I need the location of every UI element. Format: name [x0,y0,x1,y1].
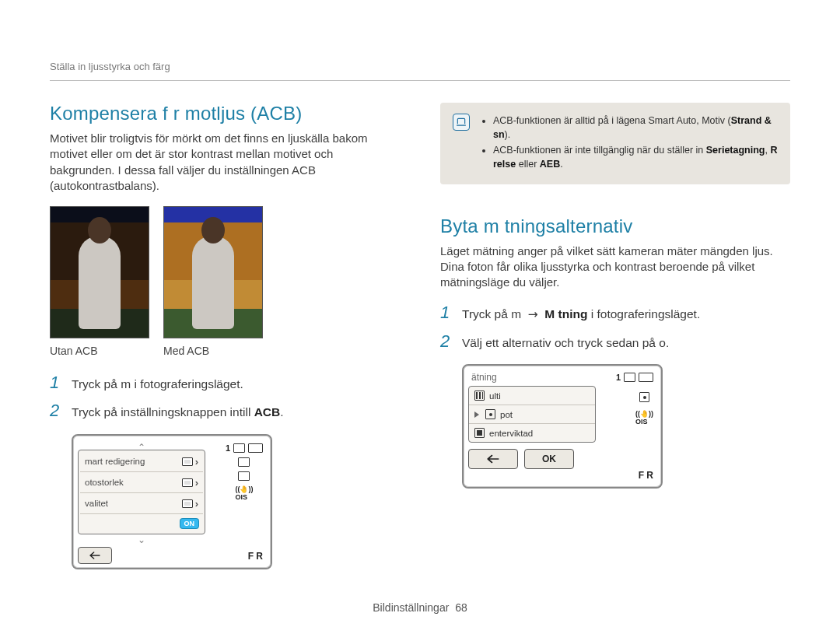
ois-icon: ((🤚))OIS [235,485,253,501]
heading-metering: Byta m tningsalternativ [440,215,790,237]
step-bold: ACB [254,405,281,419]
battery-icon [639,373,653,382]
photo-size-icon [182,478,193,487]
step-text: i fotograferingsläget. [587,307,700,321]
flash-label: F R [248,551,263,562]
step-text: Tryck på inställningsknappen intill [72,405,254,419]
ois-icon: ((🤚))OIS [635,410,653,426]
breadcrumb: Ställa in ljusstyrka och färg [50,61,790,72]
footer-section: Bildinställningar [373,601,449,614]
menu-glyph: m [121,377,131,391]
menu-item-label: mart redigering [85,457,145,466]
option-label: enterviktad [489,429,533,438]
ok-glyph: o [659,336,666,349]
chevron-right-icon: › [195,456,198,468]
ok-button[interactable]: OK [524,449,574,469]
left-step-1: 1 Tryck på m i fotograferingsläget. [50,373,400,393]
footer-page-number: 68 [455,601,467,614]
step-text: i fotograferingsläget. [131,377,243,391]
note-item: ACB-funktionen är alltid på i lägena Sma… [493,114,778,142]
status-number: 1 [226,443,230,453]
screen-title: ätning [471,372,497,383]
spot-icon [485,409,495,419]
left-step-2: 2 Tryck på inställningsknappen intill AC… [50,401,400,421]
step-text: Tryck på [72,377,121,391]
status-icon [238,457,250,467]
chevron-right-icon: › [195,477,198,489]
intro-acb: Motivet blir troligtvis för mörkt om det… [50,131,400,194]
step-text: Välj ett alternativ och tryck sedan på [462,336,659,349]
step-number: 1 [50,373,64,393]
camera-screen-acb: ⌃ mart redigering › otostorlek › valitet… [72,434,303,569]
multi-icon [474,391,485,401]
intro-metering: Läget mätning anger på vilket sätt kamer… [440,243,790,291]
left-column: Kompensera f r motljus (ACB) Motivet bli… [50,103,400,569]
center-weighted-icon [474,428,485,438]
memory-icon [233,443,245,453]
menu-item-label: otostorlek [85,478,124,487]
right-step-1: 1 Tryck på m → M tning i fotograferingsl… [440,303,790,323]
step-text: Tryck på [462,307,511,321]
quality-icon [182,499,193,508]
right-step-2: 2 Välj ett alternativ och tryck sedan på… [440,331,790,352]
step-bold: M tning [544,307,587,321]
divider [50,80,790,81]
arrow-right-icon: → [528,306,538,323]
note-box: ACB-funktionen är alltid på i lägena Sma… [440,103,790,184]
on-badge: ON [180,519,199,528]
step-number: 2 [50,401,64,421]
back-button[interactable] [78,547,112,564]
memory-icon [624,373,635,382]
note-item: ACB-funktionen är inte tillgänglig när d… [493,143,778,171]
step-number: 1 [440,303,454,323]
right-column: ACB-funktionen är alltid på i lägena Sma… [440,103,790,569]
step-text: . [280,405,283,419]
status-number: 1 [616,373,621,382]
caption-off: Utan ACB [50,345,149,357]
menu-glyph: m [511,307,521,321]
status-icon [238,471,250,481]
back-arrow-icon [89,551,101,560]
back-arrow-icon [486,454,500,464]
chevron-up-icon: ⌃ [134,442,149,450]
smart-edit-icon [182,457,193,466]
battery-icon [248,443,263,453]
menu-item-label: valitet [85,499,108,508]
photo-without-acb [50,206,149,338]
option-label: ulti [489,391,501,401]
flash-label: F R [639,470,653,481]
heading-acb: Kompensera f r motljus (ACB) [50,103,400,124]
step-text: . [666,336,669,349]
spot-indicator-icon [639,392,649,402]
option-label: pot [500,410,513,419]
chevron-right-icon: › [195,498,198,510]
caption-on: Med ACB [163,345,263,357]
camera-screen-metering: ätning 1 ulti pot [462,364,694,489]
photo-row [50,206,400,338]
chevron-down-icon: ⌄ [134,534,149,542]
step-number: 2 [440,331,454,352]
back-button[interactable] [468,449,518,469]
info-icon [453,114,470,131]
photo-with-acb [163,206,263,338]
caption-row: Utan ACB Med ACB [50,345,400,357]
page-footer: Bildinställningar 68 [0,601,840,614]
